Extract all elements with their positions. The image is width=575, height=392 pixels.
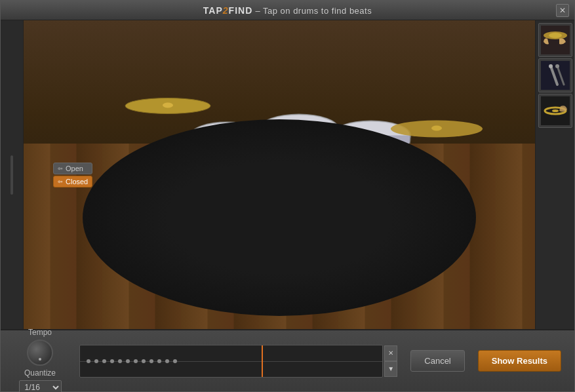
tap-clear-button[interactable]: ✕	[384, 345, 397, 361]
tempo-section: Tempo Quantize 1/16 1/8 1/32	[14, 328, 66, 393]
tempo-knob-indicator	[39, 358, 41, 361]
drum-mat	[83, 119, 476, 316]
tap-dot-8	[142, 359, 146, 363]
thumbnail-drum-kit[interactable]	[538, 23, 572, 57]
close-button[interactable]: ✕	[556, 4, 569, 17]
thumb-cymbal-icon	[541, 96, 570, 125]
thumbnail-cymbal[interactable]	[538, 94, 572, 128]
thumbnail-percussion[interactable]	[538, 58, 572, 92]
thumb-drumkit-icon	[541, 26, 570, 54]
tap-markers	[80, 345, 382, 377]
hihat-closed-button[interactable]: ⇦ Closed	[53, 176, 92, 187]
tap-dot-3	[102, 359, 106, 363]
left-strip-icon	[5, 149, 18, 201]
hihat-open-label: Open	[66, 165, 83, 172]
svg-point-62	[549, 64, 553, 68]
title-tap2: TAP2FIND	[203, 5, 252, 16]
main-content: Salto Salto ⇦ Open ⇦ Closed	[1, 20, 574, 329]
right-thumbnail-panel	[535, 20, 574, 329]
svg-point-66	[552, 109, 559, 112]
cancel-button[interactable]: Cancel	[410, 350, 464, 372]
bottom-bar: Tempo Quantize 1/16 1/8 1/32	[1, 329, 574, 391]
tap-dot-11	[165, 359, 169, 363]
tap-display-controls: ✕ ▼	[384, 345, 397, 377]
tap-dot-9	[149, 359, 153, 363]
main-dialog: TAP2FIND – Tap on drums to find beats ✕	[0, 0, 575, 392]
left-strip	[1, 20, 24, 329]
tap-dot-4	[110, 359, 114, 363]
tap-dot-12	[173, 359, 177, 363]
title-text: TAP2FIND – Tap on drums to find beats	[203, 5, 372, 16]
drum-stage[interactable]: Salto Salto ⇦ Open ⇦ Closed	[24, 20, 535, 329]
svg-point-58	[549, 33, 562, 38]
tap-dot-5	[118, 359, 122, 363]
thumb-percussion-icon	[541, 61, 570, 90]
svg-rect-0	[10, 155, 13, 195]
tap-display[interactable]	[79, 345, 383, 378]
quantize-select[interactable]: 1/16 1/8 1/32	[19, 380, 62, 393]
tap-playhead	[262, 345, 263, 377]
quantize-label: Quantize	[24, 368, 56, 378]
tap-dot-1	[87, 359, 90, 363]
tap-dot-10	[157, 359, 161, 363]
tap-display-inner	[80, 345, 382, 377]
tap-dot-6	[126, 359, 130, 363]
open-arrow-icon: ⇦	[58, 165, 63, 172]
tap-scroll-button[interactable]: ▼	[384, 361, 397, 377]
title-subtitle: – Tap on drums to find beats	[255, 6, 372, 16]
tempo-knob[interactable]	[27, 340, 53, 366]
tap-display-container: ✕ ▼	[79, 345, 397, 378]
hihat-controls: ⇦ Open ⇦ Closed	[53, 163, 92, 187]
closed-arrow-icon: ⇦	[58, 178, 63, 185]
hihat-closed-label: Closed	[66, 178, 88, 186]
svg-point-32	[431, 126, 442, 131]
title-bar: TAP2FIND – Tap on drums to find beats ✕	[1, 1, 574, 20]
hihat-open-button[interactable]: ⇦ Open	[53, 163, 92, 174]
svg-point-16	[163, 103, 173, 108]
svg-point-63	[555, 64, 559, 68]
tap-dot-7	[134, 359, 138, 363]
tap-dot-2	[94, 359, 98, 363]
show-results-button[interactable]: Show Results	[478, 350, 561, 372]
